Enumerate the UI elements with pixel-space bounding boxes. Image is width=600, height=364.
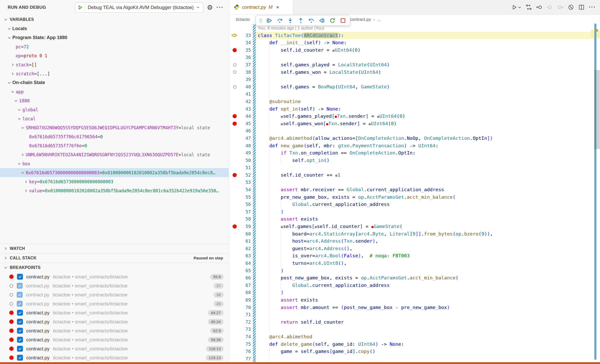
breakpoint-row[interactable]: contract.pytictactoe • smart_contracts/t… bbox=[0, 335, 229, 344]
gear-icon[interactable]: ⚙ bbox=[207, 4, 213, 11]
breakpoint-row[interactable]: contract.pytictactoe • smart_contracts/t… bbox=[0, 299, 229, 308]
breakpoint-checkbox[interactable] bbox=[17, 292, 23, 298]
code-line[interactable]: 57) bbox=[229, 208, 600, 216]
gutter[interactable] bbox=[229, 296, 240, 304]
tree-row[interactable]: SRH6D7XU2N6WQQ5SSYDQFG5ESO6JWEQIDPGLUGYC… bbox=[0, 123, 229, 132]
code-line[interactable]: 71 bbox=[229, 311, 600, 318]
code-line[interactable]: 69assert exists bbox=[229, 296, 600, 304]
code-line[interactable]: 48def new_game(self, mbr: gtxn.PaymentTr… bbox=[229, 142, 600, 150]
gutter[interactable] bbox=[229, 90, 240, 98]
breakpoint-gutter-icon[interactable] bbox=[229, 223, 240, 230]
gutter[interactable] bbox=[229, 164, 240, 171]
code-line[interactable]: 76game = self.games[game_id].copy() bbox=[229, 348, 600, 355]
reverse-continue-button[interactable] bbox=[317, 16, 327, 25]
gutter[interactable] bbox=[229, 304, 240, 311]
code-editor[interactable]: You, 8 minutes ago | 1 author (You)33cla… bbox=[229, 24, 600, 362]
breakpoint-checkbox[interactable] bbox=[17, 283, 23, 289]
gutter[interactable] bbox=[229, 341, 240, 348]
breakpoint-row[interactable]: contract.pytictactoe • smart_contracts/t… bbox=[0, 308, 229, 317]
gutter[interactable] bbox=[229, 208, 240, 216]
section-watch[interactable]: WATCH bbox=[0, 244, 229, 253]
tree-row[interactable]: 0x67616d65730000000000000003 = 0x0100000… bbox=[0, 168, 229, 177]
step-into-button[interactable] bbox=[285, 16, 295, 25]
code-line[interactable]: 45●self.games_won[●Txn.sender] = ●UInt64… bbox=[229, 120, 600, 128]
code-line[interactable]: 74@arc4.abimethod bbox=[229, 333, 600, 341]
code-line[interactable]: 34def __init__(self) -> None: bbox=[229, 39, 600, 47]
code-line[interactable]: 65) bbox=[229, 267, 600, 275]
section-breakpoints[interactable]: BREAKPOINTS bbox=[0, 263, 229, 272]
tree-row[interactable]: scratch = [...] bbox=[0, 69, 229, 78]
split-editor-icon[interactable] bbox=[578, 4, 585, 11]
git-graph-icon[interactable] bbox=[568, 4, 574, 11]
breakpoint-checkbox[interactable] bbox=[17, 355, 23, 361]
tree-row[interactable]: Program State: App 1880 bbox=[0, 33, 229, 42]
code-line[interactable]: 35self.id_counter = ●UInt64(0) bbox=[229, 47, 600, 54]
breakpoint-gutter-icon[interactable] bbox=[229, 171, 240, 179]
previous-change-icon[interactable] bbox=[536, 4, 543, 11]
gutter[interactable] bbox=[229, 179, 240, 186]
run-python-file-button[interactable] bbox=[511, 4, 522, 11]
gutter[interactable] bbox=[229, 105, 240, 113]
breakpoint-row[interactable]: contract.pytictactoe • smart_contracts/t… bbox=[0, 326, 229, 335]
scrollbar-thumb[interactable] bbox=[594, 70, 600, 149]
code-line[interactable]: 75def delete_game(self, game_id: UInt64)… bbox=[229, 341, 600, 348]
tree-row[interactable]: value = 0x010000000102010002a358bf5bada9… bbox=[0, 186, 229, 195]
breakpoint-gutter-icon[interactable] bbox=[229, 113, 240, 120]
gutter[interactable] bbox=[229, 149, 240, 157]
stop-button[interactable] bbox=[338, 16, 348, 25]
gutter[interactable] bbox=[229, 267, 240, 275]
breakpoint-gutter-icon[interactable] bbox=[229, 47, 240, 54]
code-line[interactable]: 62guest=arc4.Address(), bbox=[229, 245, 600, 252]
gutter[interactable] bbox=[229, 348, 240, 355]
code-line[interactable]: 63is_over=arc4.Bool(False), # noqa: FBT0… bbox=[229, 252, 600, 260]
code-line[interactable]: 42@subroutine bbox=[229, 98, 600, 105]
gutter[interactable] bbox=[229, 39, 240, 47]
code-line[interactable]: 61host=arc4.Address(Txn.sender), bbox=[229, 238, 600, 245]
breakpoint-row[interactable]: contract.pytictactoe • smart_contracts/t… bbox=[0, 281, 229, 290]
code-line[interactable]: 60board=arc4.StaticArray[arc4.Byte, Lite… bbox=[229, 230, 600, 238]
breakpoint-checkbox[interactable] bbox=[17, 346, 23, 352]
breakpoint-checkbox[interactable] bbox=[17, 301, 23, 307]
gutter[interactable] bbox=[229, 157, 240, 164]
gutter[interactable] bbox=[229, 355, 240, 363]
code-line[interactable]: 52self.id_counter += ●1 bbox=[229, 171, 600, 179]
code-line[interactable]: 38self.games_won = LocalState(UInt64) bbox=[229, 69, 600, 76]
open-changes-icon[interactable] bbox=[525, 4, 532, 11]
tree-row[interactable]: 0x67616d65735f776f6e = 0 bbox=[0, 141, 229, 150]
breakpoint-checkbox[interactable] bbox=[17, 319, 23, 325]
breadcrumb-folder[interactable]: tictacto bbox=[236, 17, 250, 22]
code-line[interactable]: 55pre_new_game_box, exists = op.AcctPara… bbox=[229, 194, 600, 201]
code-line[interactable]: 44●self.games_played[●Txn.sender] = ●UIn… bbox=[229, 113, 600, 120]
gutter[interactable] bbox=[229, 142, 240, 150]
tree-row[interactable]: stack = [] bbox=[0, 60, 229, 69]
gutter[interactable] bbox=[229, 215, 240, 223]
gutter[interactable] bbox=[229, 135, 240, 142]
code-line[interactable]: 66post_new_game_box, exists = op.AcctPar… bbox=[229, 274, 600, 282]
gutter[interactable] bbox=[229, 76, 240, 83]
code-line[interactable]: 46 bbox=[229, 127, 600, 135]
step-out-button[interactable] bbox=[296, 16, 306, 25]
gutter[interactable] bbox=[229, 260, 240, 267]
gutter[interactable] bbox=[229, 311, 240, 318]
code-line[interactable]: 51 bbox=[229, 164, 600, 171]
more-actions-icon[interactable]: ··· bbox=[589, 4, 596, 11]
code-line[interactable]: 59●self.games[●self.id_counter] = ●GameS… bbox=[229, 223, 600, 230]
tree-row[interactable]: global bbox=[0, 105, 229, 114]
code-line[interactable]: 54assert mbr.receiver == Global.current_… bbox=[229, 186, 600, 194]
step-back-button[interactable] bbox=[306, 16, 316, 25]
drag-handle-icon[interactable] bbox=[258, 16, 263, 25]
code-line[interactable]: 73 bbox=[229, 326, 600, 333]
code-line[interactable]: 43def opt_in(self) -> None: bbox=[229, 105, 600, 113]
tree-row[interactable]: app bbox=[0, 87, 229, 96]
gutter[interactable] bbox=[229, 318, 240, 326]
gutter[interactable] bbox=[229, 98, 240, 105]
step-over-button[interactable] bbox=[275, 16, 285, 25]
gutter[interactable] bbox=[229, 54, 240, 61]
breakpoint-checkbox[interactable] bbox=[17, 328, 23, 334]
gutter[interactable] bbox=[229, 245, 240, 252]
gutter[interactable] bbox=[229, 252, 240, 260]
code-line[interactable]: 49if Txn.on_completion == OnCompleteActi… bbox=[229, 149, 600, 157]
tree-row[interactable]: op = proto 0 1 bbox=[0, 51, 229, 60]
breakpoint-checkbox[interactable] bbox=[17, 310, 23, 316]
gutter[interactable] bbox=[229, 201, 240, 208]
